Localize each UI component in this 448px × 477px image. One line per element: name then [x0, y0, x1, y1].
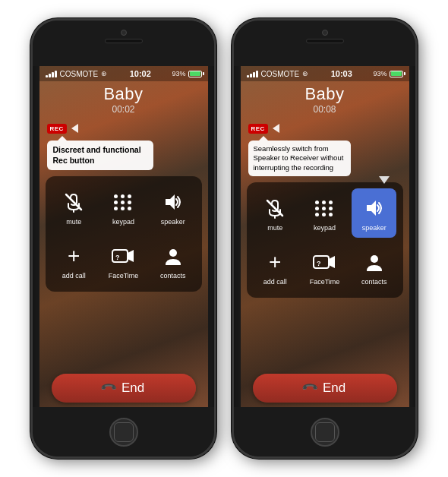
- keypad-btn-2[interactable]: keypad: [302, 188, 347, 238]
- keypad-label-2: keypad: [314, 224, 336, 232]
- speaker-icon-2: [361, 194, 388, 222]
- add-call-btn-1[interactable]: + add call: [52, 236, 96, 286]
- end-button-area-2: 📞 End: [241, 369, 409, 407]
- phone-2: COSMOTE ⊛ 10:03 93% Baby 00:08 REC: [232, 18, 418, 459]
- mute-label-1: mute: [66, 218, 81, 226]
- phone-frame-2: COSMOTE ⊛ 10:03 93% Baby 00:08 REC: [232, 18, 418, 459]
- svg-rect-4: [112, 250, 128, 262]
- rec-arrow-1: [71, 124, 78, 133]
- add-icon-1: +: [60, 242, 87, 270]
- phone-1: COSMOTE ⊛ 10:02 93% Baby 00:02 REC: [30, 18, 216, 459]
- signal-2: [247, 71, 258, 77]
- keypad-btn-1[interactable]: keypad: [101, 182, 146, 232]
- bottom-bezel-2: [234, 407, 415, 456]
- battery-fill-1: [190, 71, 200, 76]
- add-label-1: add call: [62, 272, 86, 280]
- wifi-icon-1: ⊛: [101, 70, 107, 77]
- bar3: [52, 72, 54, 77]
- end-label-2: End: [323, 381, 345, 396]
- speaker-icon-1: [159, 188, 187, 216]
- time-1: 10:02: [130, 69, 151, 78]
- contacts-label-1: contacts: [160, 272, 186, 280]
- svg-text:?: ?: [317, 260, 321, 267]
- bar2-2: [250, 74, 252, 77]
- end-button-area-1: 📞 End: [39, 369, 208, 407]
- rec-arrow-2: [273, 124, 279, 133]
- top-bezel-2: [234, 21, 415, 66]
- earpiece-1: [105, 39, 143, 43]
- svg-marker-11: [367, 201, 376, 216]
- call-buttons-2: mute: [247, 182, 403, 298]
- carrier-1: COSMOTE ⊛: [46, 70, 109, 78]
- battery-icon-1: [188, 71, 202, 77]
- mute-btn-2[interactable]: mute: [253, 188, 298, 238]
- earpiece-2: [306, 39, 344, 43]
- tooltip-2: Seamlessly switch from Speaker to Receiv…: [248, 141, 351, 176]
- home-button-inner-1: [114, 422, 134, 442]
- svg-rect-12: [314, 256, 329, 268]
- home-button-inner-2: [315, 422, 335, 442]
- facetime-icon-2: ?: [311, 248, 338, 276]
- mute-icon-1: [60, 188, 87, 216]
- call-header-1: Baby 00:02: [39, 81, 208, 118]
- svg-marker-3: [166, 194, 175, 210]
- tooltip-1: Discreet and functional Rec button: [47, 141, 153, 170]
- speaker-label-1: speaker: [161, 218, 185, 226]
- bar2: [49, 74, 51, 77]
- facetime-label-2: FaceTime: [310, 278, 340, 286]
- phone-frame-1: COSMOTE ⊛ 10:02 93% Baby 00:02 REC: [30, 18, 216, 459]
- facetime-label-1: FaceTime: [109, 272, 139, 280]
- duration-1: 00:02: [39, 104, 208, 115]
- contacts-icon-2: [361, 248, 388, 276]
- carrier-name-2: COSMOTE: [261, 70, 300, 78]
- end-button-1[interactable]: 📞 End: [52, 374, 196, 403]
- status-bar-1: COSMOTE ⊛ 10:02 93%: [39, 66, 208, 81]
- end-phone-icon-2: 📞: [301, 379, 319, 396]
- home-button-1[interactable]: [109, 418, 138, 447]
- bar1-2: [247, 75, 249, 77]
- add-icon-2: +: [261, 248, 289, 276]
- svg-point-15: [371, 255, 378, 263]
- contacts-icon-1: [159, 242, 187, 270]
- speaker-btn-1[interactable]: speaker: [150, 182, 195, 232]
- end-button-2[interactable]: 📞 End: [253, 374, 397, 403]
- bar4: [55, 71, 57, 77]
- bar1: [46, 75, 48, 77]
- signal-1: [46, 71, 57, 77]
- speaker-btn-2[interactable]: speaker: [352, 188, 396, 238]
- keypad-icon-2: [311, 194, 338, 222]
- facetime-btn-2[interactable]: ? FaceTime: [302, 242, 347, 292]
- svg-marker-13: [329, 256, 335, 268]
- time-2: 10:03: [331, 69, 352, 78]
- speaker-label-2: speaker: [362, 224, 386, 232]
- contact-name-2: Baby: [241, 84, 409, 104]
- mute-label-2: mute: [267, 224, 282, 232]
- tooltip-text-2: Seamlessly switch from Speaker to Receiv…: [254, 144, 344, 172]
- screen-1: COSMOTE ⊛ 10:02 93% Baby 00:02 REC: [39, 66, 208, 407]
- home-button-2[interactable]: [311, 418, 339, 447]
- facetime-btn-1[interactable]: ? FaceTime: [101, 236, 146, 286]
- battery-pct-2: 93%: [373, 70, 386, 77]
- duration-2: 00:08: [241, 104, 409, 115]
- mute-btn-1[interactable]: mute: [52, 182, 96, 232]
- contacts-btn-1[interactable]: contacts: [150, 236, 195, 286]
- wifi-icon-2: ⊛: [302, 70, 308, 77]
- call-header-2: Baby 00:08: [241, 81, 409, 118]
- battery-pct-1: 93%: [172, 70, 185, 77]
- front-camera-1: [121, 30, 127, 36]
- call-buttons-1: mute: [46, 176, 202, 292]
- end-phone-icon-1: 📞: [100, 379, 118, 396]
- battery-fill-2: [391, 71, 402, 76]
- bottom-bezel-1: [33, 407, 214, 456]
- keypad-icon-1: [109, 188, 137, 216]
- status-right-1: 93%: [172, 70, 201, 77]
- keypad-label-1: keypad: [112, 218, 134, 226]
- svg-marker-5: [128, 250, 134, 262]
- status-right-2: 93%: [373, 70, 402, 77]
- front-camera-2: [322, 30, 328, 36]
- add-call-btn-2[interactable]: + add call: [253, 242, 298, 292]
- bar4-2: [256, 71, 258, 77]
- contacts-btn-2[interactable]: contacts: [352, 242, 396, 292]
- contact-name-1: Baby: [39, 84, 208, 104]
- status-bar-2: COSMOTE ⊛ 10:03 93%: [241, 66, 409, 81]
